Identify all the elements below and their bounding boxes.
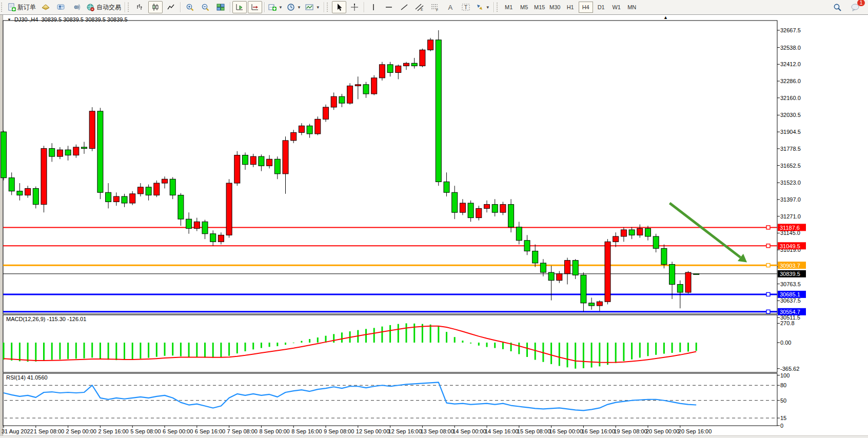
level-line-handle[interactable] [766, 226, 770, 229]
auto-trading-label: 自动交易 [96, 3, 121, 12]
chart-collapse-icon[interactable]: ▼ [7, 17, 11, 22]
timeframe-group: M1M5M15M30H1H4D1W1MN [501, 2, 640, 13]
time-tick-label: 13 Sep 08:00 [420, 428, 453, 434]
candle-body [500, 205, 506, 213]
candlestick-chart-button[interactable] [148, 1, 163, 13]
candle-body [259, 156, 264, 166]
shapes-dropdown-button[interactable]: ▼ [474, 1, 491, 13]
cursor-tool-button[interactable] [332, 1, 346, 13]
level-line-handle[interactable] [766, 310, 770, 313]
price-badge: 30554.7 [778, 308, 806, 315]
candle-body [89, 111, 95, 149]
crosshair-tool-button[interactable] [347, 1, 362, 13]
timeframe-m1-button[interactable]: M1 [502, 2, 516, 13]
time-tick-label: 12 Sep 00:00 [356, 428, 389, 434]
candle-body [97, 111, 103, 192]
price-tick-label: 32160.0 [780, 95, 801, 101]
candle-body [291, 132, 297, 141]
candle-body [637, 228, 643, 235]
line-chart-button[interactable] [164, 1, 178, 13]
text-tool-button[interactable]: A [443, 1, 458, 13]
toolbar-separator [364, 2, 364, 12]
equidistant-channel-icon: E [415, 3, 424, 11]
svg-text:31187.6: 31187.6 [780, 225, 800, 231]
candle-body [492, 205, 498, 213]
timeframe-mn-button[interactable]: MN [625, 2, 639, 13]
horizontal-line-tool-button[interactable] [382, 1, 396, 13]
vertical-line-tool-button[interactable] [366, 1, 381, 13]
auto-trading-globe-icon [86, 3, 95, 11]
time-tick-label: 1 Sep 08:00 [34, 428, 64, 434]
svg-text:31049.5: 31049.5 [780, 243, 800, 249]
time-tick-label: 9 Sep 08:00 [324, 428, 354, 434]
candle-body [65, 150, 71, 155]
auto-scroll-icon [235, 3, 244, 11]
add-indicator-button[interactable]: ▼ [267, 1, 284, 13]
main-toolbar: 新订单 自动交易 [0, 0, 868, 15]
macd-tick-label: -365.62 [780, 366, 799, 372]
price-axis: 32667.532538.032412.032286.032160.032030… [777, 27, 806, 429]
template-icon [305, 3, 314, 11]
line-chart-icon [167, 3, 175, 11]
new-order-button[interactable]: 新订单 [6, 1, 37, 13]
candle-body [371, 78, 377, 94]
candle-body [130, 194, 135, 203]
cursor-icon [336, 3, 343, 11]
toolbar-separator [324, 2, 324, 12]
chart-ohlc-values: 30839.5 30839.5 30839.5 30839.5 [41, 16, 127, 23]
periods-button[interactable]: ▼ [285, 1, 303, 13]
community-button[interactable] [54, 1, 68, 13]
metaeditor-button[interactable] [38, 1, 53, 13]
chart-title-overlay[interactable]: ▼ DJ30-,H4 30839.5 30839.5 30839.5 30839… [7, 16, 128, 23]
zoom-in-button[interactable] [183, 1, 197, 13]
trendline-tool-button[interactable] [397, 1, 411, 13]
candle-body [82, 147, 87, 149]
timeframe-w1-button[interactable]: W1 [609, 2, 624, 13]
chart-canvas[interactable]: 32667.532538.032412.032286.032160.032030… [0, 0, 868, 438]
candle-body [589, 303, 595, 306]
candle-body [154, 183, 160, 195]
candle-body [484, 205, 490, 209]
candle-body [396, 66, 401, 72]
timeframe-m15-button[interactable]: M15 [532, 2, 547, 13]
time-tick-label: 12 Sep 16:00 [388, 428, 422, 434]
candle-body [137, 187, 143, 194]
candle-body [581, 275, 586, 303]
channel-letter: E [421, 8, 423, 11]
metaeditor-hat-icon [41, 3, 50, 11]
price-tick-label: 32412.0 [780, 61, 801, 67]
channel-tool-button[interactable]: E [412, 1, 427, 13]
auto-trading-button[interactable]: 自动交易 [85, 1, 123, 13]
timeframe-m5-button[interactable]: M5 [517, 2, 531, 13]
templates-button[interactable]: ▼ [304, 1, 322, 13]
price-tick-label: 31523.0 [780, 180, 801, 186]
macd-indicator-label: MACD(12,26,9) -115.30 -126.01 [6, 316, 86, 322]
timeframe-d1-button[interactable]: D1 [594, 2, 608, 13]
timeframe-m30-button[interactable]: M30 [548, 2, 562, 13]
auto-scroll-button[interactable] [232, 1, 247, 13]
candle-body [524, 241, 530, 251]
candle-body [476, 208, 482, 217]
timeframe-h1-button[interactable]: H1 [563, 2, 578, 13]
price-badge: 31049.5 [778, 242, 806, 249]
bar-chart-button[interactable] [133, 1, 147, 13]
candle-body [17, 191, 23, 195]
candle-body [202, 222, 208, 233]
svg-text:T: T [464, 5, 467, 10]
time-tick-label: 14 Sep 16:00 [485, 428, 518, 434]
zoom-out-button[interactable] [198, 1, 212, 13]
fibonacci-tool-button[interactable]: F [428, 1, 442, 13]
level-line-handle[interactable] [766, 244, 770, 248]
trendline-icon [400, 3, 408, 11]
tile-windows-button[interactable] [213, 1, 228, 13]
chart-shift-button[interactable] [248, 1, 262, 13]
notifications-button[interactable]: 1 [848, 1, 862, 13]
timeframe-h4-button[interactable]: H4 [579, 2, 593, 13]
time-tick-label: 5 Sep 08:00 [130, 428, 161, 434]
level-line-handle[interactable] [766, 264, 770, 267]
price-tick-label: 30637.5 [780, 297, 801, 304]
label-tool-button[interactable]: T [459, 1, 473, 13]
search-button[interactable] [830, 1, 844, 13]
level-line-handle[interactable] [766, 292, 770, 296]
broadcast-button[interactable] [69, 1, 84, 13]
